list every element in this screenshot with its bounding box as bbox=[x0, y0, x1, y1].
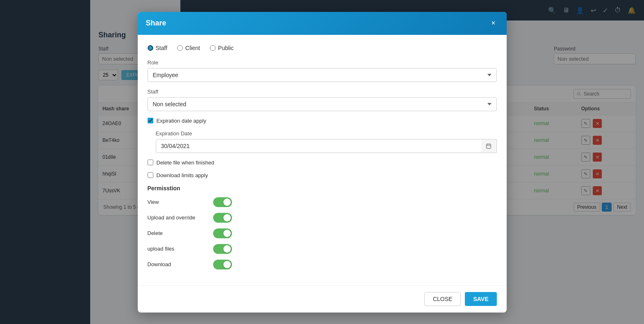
permission-toggle-4[interactable] bbox=[213, 260, 232, 269]
permission-label-3: upload files bbox=[148, 246, 213, 252]
staff-select[interactable]: Non selected bbox=[148, 97, 497, 111]
permission-label-2: Delete bbox=[148, 230, 213, 236]
radio-public-label: Public bbox=[218, 45, 234, 51]
download-limits-checkbox-row: Download limits apply bbox=[148, 172, 497, 178]
save-button[interactable]: SAVE bbox=[465, 292, 496, 306]
permission-row: Download bbox=[148, 260, 497, 269]
radio-client-label: Client bbox=[185, 45, 200, 51]
permission-label-0: View bbox=[148, 199, 213, 205]
staff-label: Staff bbox=[148, 89, 497, 95]
expiration-apply-label[interactable]: Expiration date apply bbox=[157, 118, 206, 124]
toggle-slider-3 bbox=[213, 244, 232, 254]
permission-toggle-2[interactable] bbox=[213, 228, 232, 238]
delete-file-checkbox[interactable] bbox=[148, 160, 153, 165]
toggle-slider-4 bbox=[213, 260, 232, 269]
toggle-slider-1 bbox=[213, 213, 232, 223]
radio-staff[interactable]: Staff bbox=[148, 45, 168, 51]
radio-staff-input[interactable] bbox=[148, 45, 153, 51]
close-button[interactable]: CLOSE bbox=[424, 292, 461, 306]
role-label: Role bbox=[148, 59, 497, 66]
toggle-slider-2 bbox=[213, 228, 232, 238]
permission-toggle-0[interactable] bbox=[213, 197, 232, 207]
modal-overlay: Share × Staff Client Public bbox=[0, 0, 644, 324]
role-select[interactable]: Employee Manager Admin bbox=[148, 68, 497, 82]
modal-body: Staff Client Public Role Employee Manage… bbox=[138, 35, 507, 285]
download-limits-label[interactable]: Download limits apply bbox=[157, 172, 208, 178]
permission-label-4: Download bbox=[148, 261, 213, 267]
expiration-date-label: Expiration Date bbox=[156, 130, 497, 137]
radio-public[interactable]: Public bbox=[210, 45, 234, 51]
permission-row: upload files bbox=[148, 244, 497, 254]
share-type-radio-group: Staff Client Public bbox=[148, 45, 497, 51]
expiration-checkbox-row: Expiration date apply bbox=[148, 118, 497, 124]
permission-row: Upload and override bbox=[148, 213, 497, 223]
radio-public-input[interactable] bbox=[210, 45, 216, 51]
date-input-wrapper bbox=[156, 139, 497, 153]
role-form-group: Role Employee Manager Admin bbox=[148, 59, 497, 82]
calendar-icon-button[interactable] bbox=[481, 139, 497, 153]
expiration-apply-checkbox[interactable] bbox=[148, 118, 153, 123]
expiration-date-group: Expiration Date bbox=[156, 130, 497, 153]
radio-client-input[interactable] bbox=[177, 45, 183, 51]
download-limits-checkbox[interactable] bbox=[148, 172, 153, 178]
toggle-slider-0 bbox=[213, 197, 232, 207]
modal-close-button[interactable]: × bbox=[489, 18, 498, 28]
permission-title: Permisstion bbox=[148, 185, 497, 192]
delete-file-checkbox-row: Delete file when finished bbox=[148, 160, 497, 166]
permission-row: Delete bbox=[148, 228, 497, 238]
share-modal: Share × Staff Client Public bbox=[138, 12, 507, 313]
modal-header: Share × bbox=[138, 12, 507, 35]
calendar-icon bbox=[486, 143, 492, 149]
staff-form-group: Staff Non selected bbox=[148, 89, 497, 111]
radio-staff-label: Staff bbox=[156, 45, 168, 51]
permission-toggle-1[interactable] bbox=[213, 213, 232, 223]
expiration-date-input[interactable] bbox=[156, 139, 497, 153]
permission-row: View bbox=[148, 197, 497, 207]
delete-file-label[interactable]: Delete file when finished bbox=[157, 160, 214, 166]
permissions-list: View Upload and override Delete upload f… bbox=[148, 197, 497, 269]
radio-client[interactable]: Client bbox=[177, 45, 200, 51]
modal-title: Share bbox=[146, 19, 166, 27]
permission-label-1: Upload and override bbox=[148, 214, 213, 221]
permission-toggle-3[interactable] bbox=[213, 244, 232, 254]
modal-footer: CLOSE SAVE bbox=[138, 285, 507, 313]
svg-rect-0 bbox=[487, 144, 491, 148]
